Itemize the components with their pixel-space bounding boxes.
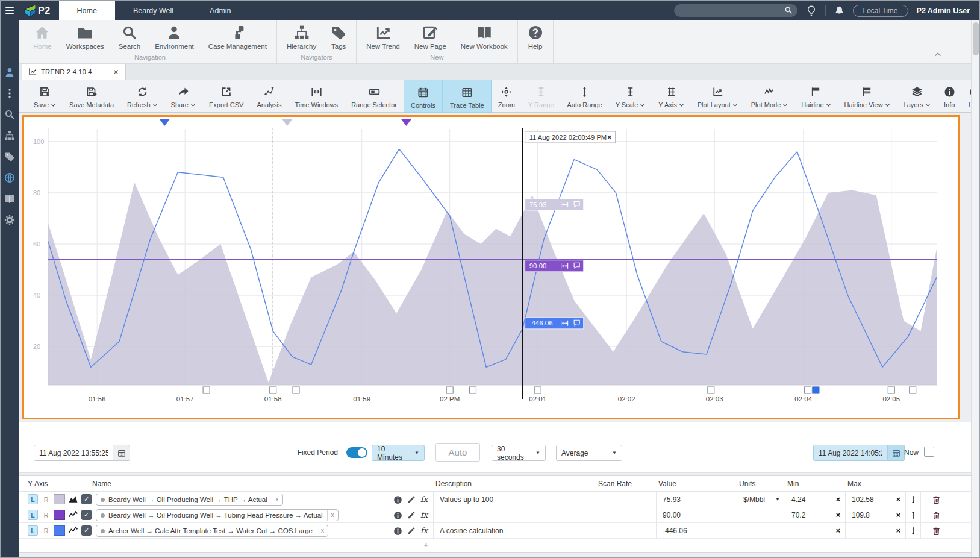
clear-min-icon[interactable]: × xyxy=(836,492,840,507)
trace-edit-icon[interactable] xyxy=(407,492,416,507)
tool-y-scale[interactable]: Y Scale xyxy=(609,80,652,113)
annotation-square-marker[interactable] xyxy=(888,387,894,393)
local-time-button[interactable]: Local Time xyxy=(853,5,908,17)
tool-layers[interactable]: Layers xyxy=(897,80,937,113)
clear-max-icon[interactable]: × xyxy=(896,507,900,523)
trace-color-swatch[interactable] xyxy=(54,494,65,504)
scrollbar-thumb[interactable] xyxy=(973,22,979,55)
trace-color-swatch[interactable] xyxy=(54,525,65,536)
trace-max-input[interactable]: × xyxy=(845,523,905,539)
hairline-value-chip[interactable]: 90.00 xyxy=(525,260,584,272)
delete-trace-icon[interactable] xyxy=(927,492,945,507)
sidebar-globe-icon[interactable] xyxy=(4,172,16,184)
trace-color-swatch[interactable] xyxy=(54,510,65,520)
clear-min-icon[interactable]: × xyxy=(836,523,840,539)
tool-auto-range[interactable]: Auto Range xyxy=(561,80,609,113)
start-time-input[interactable] xyxy=(34,445,113,461)
ribbon-item-environment[interactable]: Environment xyxy=(148,25,201,50)
trace-autorange-icon[interactable] xyxy=(905,523,921,539)
tool-range-selector[interactable]: Range Selector xyxy=(345,80,404,113)
clear-min-icon[interactable]: × xyxy=(836,507,840,523)
trace-function-icon[interactable]: fx xyxy=(420,523,428,539)
annotation-square-marker[interactable] xyxy=(270,387,276,393)
sidebar-kebab-menu-icon[interactable] xyxy=(4,87,16,99)
annotation-square-marker[interactable] xyxy=(470,387,476,393)
axis-right-button[interactable]: R xyxy=(41,523,51,539)
global-search-input[interactable] xyxy=(674,7,797,15)
tool-zoom[interactable]: Zoom xyxy=(492,80,522,113)
start-time-calendar-icon[interactable] xyxy=(113,445,130,461)
duration-dropdown[interactable]: 10 Minutes▼ xyxy=(372,445,425,461)
sidebar-tag-icon[interactable] xyxy=(4,151,16,163)
axis-right-button[interactable]: R xyxy=(41,492,51,507)
sidebar-search-icon[interactable] xyxy=(4,108,16,121)
tool-time-windows[interactable]: Time Windows xyxy=(288,80,345,113)
trace-visible-checkbox[interactable]: ✓ xyxy=(81,510,92,520)
close-hairline-icon[interactable]: × xyxy=(607,133,611,142)
hairline-value-chip[interactable]: 75.93 xyxy=(525,199,584,210)
tool-save-metadata[interactable]: Save Metadata xyxy=(63,80,120,113)
tool-y-axis[interactable]: Y Axis xyxy=(652,80,690,113)
ribbon-item-tags[interactable]: Tags xyxy=(323,25,354,50)
trace-tag-pill[interactable]: Beardy Well → Oil Producing Well → Tubin… xyxy=(96,509,339,521)
tool-info[interactable]: Info xyxy=(937,80,962,113)
tool-trace-table[interactable]: Trace Table xyxy=(443,80,492,113)
trace-max-input[interactable]: 109.8× xyxy=(845,507,905,523)
delete-trace-icon[interactable] xyxy=(927,523,945,539)
trace-visible-checkbox[interactable]: ✓ xyxy=(81,494,92,504)
ribbon-item-new-trend[interactable]: New Trend xyxy=(359,25,407,50)
trace-min-input[interactable]: × xyxy=(785,523,845,539)
now-checkbox[interactable] xyxy=(924,447,934,457)
ribbon-item-workspaces[interactable]: Workspaces xyxy=(59,25,111,50)
notifications-bell-icon[interactable] xyxy=(834,5,844,16)
delete-trace-icon[interactable] xyxy=(927,507,945,523)
close-tab-icon[interactable] xyxy=(113,69,119,75)
trace-units-dropdown[interactable]: $/Mbbl▼ xyxy=(737,492,785,507)
lightbulb-icon[interactable] xyxy=(806,5,817,16)
aggregate-dropdown[interactable]: Average▼ xyxy=(556,445,622,461)
tool-hairline-view[interactable]: Hairline View xyxy=(838,80,897,113)
annotation-square-marker[interactable] xyxy=(446,387,453,393)
collapse-ribbon-icon[interactable] xyxy=(934,51,942,59)
axis-right-button[interactable]: R xyxy=(41,507,51,523)
trend-chart-panel[interactable]: 2040608010001:5601:5701:5801:5902 PM02:0… xyxy=(22,115,960,419)
trace-info-icon[interactable] xyxy=(393,523,402,539)
trace-function-icon[interactable]: fx xyxy=(420,507,428,523)
vertical-scrollbar[interactable] xyxy=(971,20,980,558)
trace-visible-checkbox[interactable]: ✓ xyxy=(81,525,92,536)
fixed-period-toggle[interactable] xyxy=(346,447,367,458)
ribbon-item-hierarchy[interactable]: Hierarchy xyxy=(279,25,323,50)
annotation-square-marker[interactable] xyxy=(293,387,299,393)
tool-export-csv[interactable]: Export CSV xyxy=(202,80,250,113)
tool-save[interactable]: Save xyxy=(27,80,63,113)
trace-function-icon[interactable]: fx xyxy=(420,492,428,507)
trace-min-input[interactable]: 4.24× xyxy=(785,492,845,507)
tool-controls[interactable]: Controls xyxy=(404,80,443,113)
trace-tag-pill[interactable]: Archer Well → Calc Attr Template Test → … xyxy=(96,525,328,537)
annotation-triangle-marker[interactable] xyxy=(282,119,293,126)
trace-info-icon[interactable] xyxy=(393,492,402,507)
axis-left-button[interactable]: L xyxy=(28,525,38,536)
clear-max-icon[interactable]: × xyxy=(896,523,900,539)
tool-plot-mode[interactable]: Plot Mode xyxy=(744,80,795,113)
axis-left-button[interactable]: L xyxy=(28,494,38,504)
global-search[interactable] xyxy=(674,4,797,17)
auto-button[interactable]: Auto xyxy=(435,443,480,462)
clear-max-icon[interactable]: × xyxy=(896,492,900,507)
remove-trace-icon[interactable]: x xyxy=(272,494,282,505)
trace-info-icon[interactable] xyxy=(393,507,402,523)
end-time-input[interactable] xyxy=(813,445,888,461)
annotation-triangle-marker[interactable] xyxy=(401,119,411,126)
ribbon-item-search[interactable]: Search xyxy=(111,25,148,50)
trace-autorange-icon[interactable] xyxy=(905,507,921,523)
annotation-square-marker[interactable] xyxy=(708,387,714,393)
add-trace-button[interactable]: + xyxy=(423,539,429,550)
tool-hairline[interactable]: Hairline xyxy=(794,80,837,113)
ribbon-item-new-page[interactable]: New Page xyxy=(407,25,454,50)
sidebar-hierarchy-icon[interactable] xyxy=(4,130,16,142)
ribbon-item-case-management[interactable]: Case Management xyxy=(201,25,274,50)
trend-chart[interactable]: 2040608010001:5601:5701:5801:5902 PM02:0… xyxy=(24,117,958,418)
ribbon-item-new-workbook[interactable]: New Workbook xyxy=(454,25,515,50)
annotation-square-marker[interactable] xyxy=(910,387,916,393)
trace-edit-icon[interactable] xyxy=(407,523,416,539)
